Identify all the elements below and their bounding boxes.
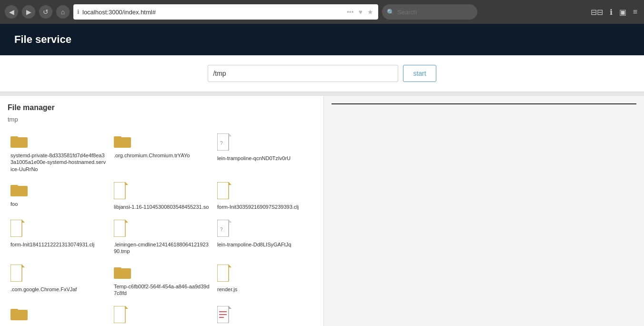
svg-marker-13 xyxy=(229,182,231,185)
svg-marker-33 xyxy=(229,306,231,309)
search-icon: 🔍 xyxy=(387,9,394,16)
file-manager-title: File manager xyxy=(8,103,316,112)
file-name: systemd-private-8d333581fd7d4e4f8ea33a10… xyxy=(10,152,106,173)
app-title: File service xyxy=(14,33,71,45)
reload-button[interactable]: ↺ xyxy=(39,5,52,19)
file-name: lein-trampoline-qcnND0TzIv0rU xyxy=(217,155,291,162)
svg-marker-23 xyxy=(22,265,25,267)
file-item[interactable]: file-service xyxy=(8,303,109,326)
right-panel xyxy=(324,96,644,326)
menu-button[interactable]: ≡ xyxy=(631,7,639,17)
svg-rect-22 xyxy=(10,265,22,282)
file-name: Temp-c6fb00f2-564f-454a-a846-aa9d39d7c8f… xyxy=(114,283,210,297)
start-button[interactable]: start xyxy=(403,65,436,82)
svg-rect-26 xyxy=(217,265,229,282)
forward-button[interactable]: ▶ xyxy=(22,5,35,19)
address-bar: ℹ ••• ♥ ★ xyxy=(73,4,378,20)
folder-icon xyxy=(10,133,28,150)
svg-marker-31 xyxy=(125,306,128,309)
file-icon xyxy=(10,220,25,239)
svg-rect-16 xyxy=(114,220,125,237)
svg-marker-11 xyxy=(125,182,128,185)
svg-rect-18 xyxy=(217,220,229,237)
svg-marker-20 xyxy=(229,220,231,223)
svg-rect-0 xyxy=(10,137,28,148)
file-item[interactable]: ?lein-trampoline-Dd8LISyGAFtJq xyxy=(214,217,316,258)
file-item[interactable]: Temp-c6fb00f2-564f-454a-a846-aa9d39d7c8f… xyxy=(111,262,212,300)
file-icon xyxy=(217,306,231,326)
search-input[interactable] xyxy=(397,9,464,16)
svg-rect-30 xyxy=(114,306,125,323)
file-icon xyxy=(114,182,128,202)
info-button[interactable]: ℹ xyxy=(608,7,614,18)
info-icon: ℹ xyxy=(77,9,80,15)
file-grid: systemd-private-8d333581fd7d4e4f8ea33a10… xyxy=(8,131,316,326)
back-button[interactable]: ◀ xyxy=(5,5,18,19)
file-item[interactable]: systemd-private-8d333581fd7d4e4f8ea33a10… xyxy=(8,131,109,175)
file-item[interactable]: text.txt xyxy=(214,303,316,326)
svg-rect-28 xyxy=(10,310,28,320)
folder-icon xyxy=(114,265,131,281)
folder-icon xyxy=(114,133,131,150)
address-bar-actions: ••• ♥ ★ xyxy=(346,7,374,17)
file-icon xyxy=(114,306,128,326)
svg-rect-3 xyxy=(114,136,121,138)
svg-rect-12 xyxy=(217,182,229,199)
file-name: render.js xyxy=(217,286,237,293)
file-item[interactable]: .com.google.Chrome.FxVJaf xyxy=(8,262,109,300)
file-item[interactable]: .org.chromium.Chromium.trYAYo xyxy=(111,131,212,175)
file-name: .com.google.Chrome.FxVJaf xyxy=(10,286,77,293)
sidebar-button[interactable]: ▣ xyxy=(617,7,628,18)
bookmark-icon[interactable]: ♥ xyxy=(358,7,363,17)
folder-icon xyxy=(10,182,28,199)
app-header: File service xyxy=(0,24,644,55)
svg-rect-24 xyxy=(114,268,131,279)
file-manager-panel: File manager tmp systemd-private-8d33358… xyxy=(0,96,324,326)
right-panel-divider xyxy=(332,103,636,104)
browser-chrome: ◀ ▶ ↺ ⌂ ℹ ••• ♥ ★ 🔍 ⊟⊟ ℹ ▣ ≡ xyxy=(0,0,644,24)
library-button[interactable]: ⊟⊟ xyxy=(589,7,605,18)
file-item[interactable]: foo xyxy=(8,179,109,213)
file-item[interactable]: form-Init18411212221313074931.clj xyxy=(8,217,109,258)
file-name: .org.chromium.Chromium.trYAYo xyxy=(114,152,190,159)
file-item[interactable]: form-Init303592169097S239393.clj xyxy=(214,179,316,213)
file-item[interactable]: render.js xyxy=(214,262,316,300)
home-button[interactable]: ⌂ xyxy=(56,5,70,19)
current-path: tmp xyxy=(8,116,316,123)
file-icon: ? xyxy=(217,133,231,153)
file-name: form-Init303592169097S239393.clj xyxy=(217,204,299,210)
file-item[interactable]: ?lein-trampoline-qcnND0TzIv0rU xyxy=(214,131,316,175)
svg-rect-2 xyxy=(114,137,131,148)
svg-marker-17 xyxy=(125,220,128,223)
svg-rect-14 xyxy=(10,220,22,237)
file-name: form-Init18411212221313074931.clj xyxy=(10,241,94,248)
search-bar-container: 🔍 xyxy=(382,4,477,20)
file-item[interactable]: .leiningen-cmdline12414618806412192390.t… xyxy=(111,217,212,258)
svg-text:?: ? xyxy=(220,227,223,232)
svg-marker-15 xyxy=(22,220,25,223)
svg-rect-29 xyxy=(10,309,18,311)
svg-rect-10 xyxy=(114,182,125,199)
file-name: foo xyxy=(10,201,18,207)
file-icon xyxy=(114,220,128,239)
url-input[interactable] xyxy=(82,9,341,16)
browser-right-icons: ⊟⊟ ℹ ▣ ≡ xyxy=(589,7,639,18)
more-icon[interactable]: ••• xyxy=(346,7,355,17)
svg-text:?: ? xyxy=(220,141,223,146)
svg-rect-9 xyxy=(10,185,18,187)
svg-rect-8 xyxy=(10,186,28,196)
path-input[interactable] xyxy=(208,65,398,82)
svg-marker-27 xyxy=(229,265,231,267)
svg-marker-6 xyxy=(229,133,231,136)
svg-rect-1 xyxy=(10,136,18,138)
star-icon[interactable]: ★ xyxy=(366,7,374,17)
file-item[interactable]: libjansi-1.16-11045300803548455231.so xyxy=(111,179,212,213)
file-name: libjansi-1.16-11045300803548455231.so xyxy=(114,204,209,210)
file-name: lein-trampoline-Dd8LISyGAFtJq xyxy=(217,241,291,248)
svg-rect-4 xyxy=(217,133,229,151)
file-icon xyxy=(217,182,231,202)
main-layout: File manager tmp systemd-private-8d33358… xyxy=(0,96,644,326)
path-area: start xyxy=(0,55,644,92)
svg-rect-25 xyxy=(114,267,121,269)
file-item[interactable]: file-service.zip xyxy=(111,303,212,326)
